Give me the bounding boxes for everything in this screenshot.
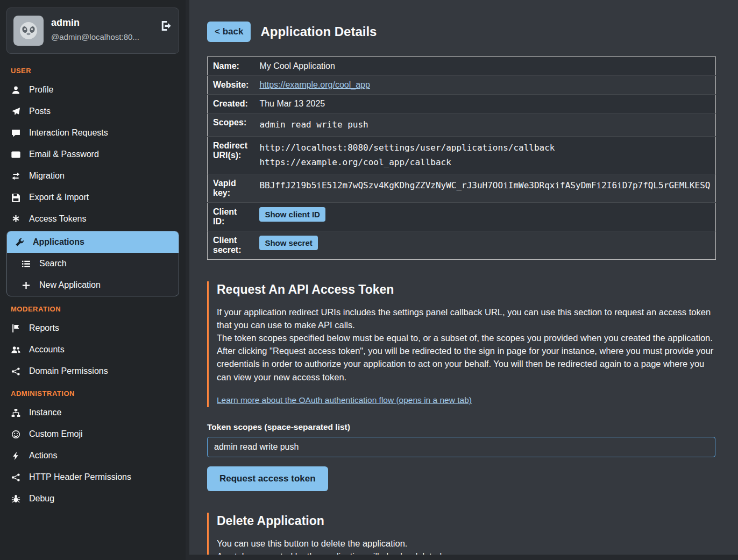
table-row: Redirect URI(s): http://localhost:8080/s… [208,137,716,174]
sidebar-item-actions[interactable]: Actions [0,445,186,466]
table-row: Name: My Cool Application [208,57,716,76]
sidebar-item-applications-search[interactable]: Search [7,253,179,274]
nav-label: Domain Permissions [29,366,108,376]
row-label: Vapid key: [208,174,254,203]
network-icon [11,367,21,376]
bug-icon [11,494,21,504]
sidebar-item-migration[interactable]: Migration [0,165,186,187]
users-icon [11,345,21,355]
plus-icon [21,281,31,290]
paper-plane-icon [11,107,21,116]
table-row: Vapid key: BBJffJ219b5iE512m7wQSzv4KgKDh… [208,174,716,203]
token-scopes-input[interactable] [207,437,715,457]
sidebar-item-accounts[interactable]: Accounts [0,339,186,360]
row-label: Name: [208,57,254,76]
table-row: Client secret: Show secret [208,231,716,260]
bolt-icon [11,451,21,460]
sidebar-item-http-header-permissions[interactable]: HTTP Header Permissions [0,466,186,488]
sidebar-item-domain-permissions[interactable]: Domain Permissions [0,360,186,382]
redirect-uris-value: http://localhost:8080/settings/user/appl… [254,137,716,174]
flag-icon [11,324,21,333]
page-title: Application Details [260,24,377,39]
redirect-uri: http://localhost:8080/settings/user/appl… [259,141,710,155]
main-content: < back Application Details Name: My Cool… [189,0,738,555]
application-details-table: Name: My Cool Application Website: https… [207,56,716,260]
row-label: Created: [208,95,254,114]
back-button[interactable]: < back [207,22,251,42]
request-token-title: Request An API Access Token [217,282,715,297]
sidebar-nav-user: Profile Posts Interaction Requests Email… [0,79,186,296]
nav-label: Accounts [29,345,65,355]
sidebar-item-applications[interactable]: Applications [7,231,179,253]
user-handle: @admin@localhost:80... [51,32,153,41]
sidebar-item-export-import[interactable]: Export & Import [0,187,186,208]
sidebar-item-profile[interactable]: Profile [0,79,186,101]
nav-label: Posts [29,107,51,116]
nav-label: Instance [29,408,61,417]
sidebar-nav-moderation: Reports Accounts Domain Permissions [0,317,186,382]
sidebar-item-new-application[interactable]: New Application [7,274,179,296]
show-secret-button[interactable]: Show secret [259,236,317,250]
page-header: < back Application Details [207,22,715,42]
sidebar-item-custom-emoji[interactable]: Custom Emoji [0,423,186,445]
sidebar-item-debug[interactable]: Debug [0,488,186,509]
show-client-id-button[interactable]: Show client ID [259,207,325,222]
row-label: Client ID: [208,203,254,231]
sidebar-section-administration: ADMINISTRATION [0,382,186,402]
nav-label: Reports [29,323,59,333]
nav-label: Email & Password [29,150,99,159]
delete-application-title: Delete Application [217,514,715,528]
avatar [13,16,44,46]
oauth-docs-link[interactable]: Learn more about the OAuth authenticatio… [217,395,472,405]
nav-label: Migration [29,171,65,181]
network-icon [11,473,21,482]
scopes-value: admin read write push [254,114,716,137]
user-icon [11,86,21,95]
delete-line: You can use this button to delete the ap… [217,537,715,550]
app-root: admin @admin@localhost:80... USER Profil… [0,0,738,560]
username: admin [51,17,153,29]
transfer-arrows-icon [11,172,21,181]
table-row: Created: Thu Mar 13 2025 [208,95,716,114]
sidebar-nav-administration: Instance Custom Emoji Actions HTTP Heade… [0,402,186,509]
request-token-paragraph: If your application redirect URIs includ… [217,306,715,331]
sidebar-section-user: USER [0,59,186,79]
row-label: Client secret: [208,231,254,260]
nav-label: Applications [33,237,84,247]
nav-label: New Application [39,280,101,290]
comment-icon [11,129,21,138]
created-value: Thu Mar 13 2025 [254,95,716,114]
table-row: Client ID: Show client ID [208,203,716,231]
redirect-uri: https://example.org/cool_app/callback [259,155,710,169]
sidebar: admin @admin@localhost:80... USER Profil… [0,0,186,560]
vapid-key-value: BBJffJ219b5iE512m7wQSzv4KgKDhgZZVzNyWC_r… [254,174,716,203]
nav-label: Actions [29,451,57,460]
logout-icon[interactable] [160,16,172,34]
nav-label: Profile [29,85,53,95]
envelope-icon [11,150,21,159]
user-meta: admin @admin@localhost:80... [51,16,153,41]
nav-label: Debug [29,494,54,504]
nav-label: HTTP Header Permissions [29,472,131,482]
request-token-section: Request An API Access Token If your appl… [207,281,715,407]
delete-line: Any tokens created by the application wi… [217,550,715,555]
floppy-icon [11,193,21,202]
sidebar-item-email-password[interactable]: Email & Password [0,144,186,165]
list-icon [21,259,31,268]
applications-group: Applications Search New Application [6,231,179,296]
user-card: admin @admin@localhost:80... [6,8,179,54]
wrench-icon [15,238,25,247]
sidebar-item-interaction-requests[interactable]: Interaction Requests [0,122,186,144]
token-scopes-label: Token scopes (space-separated list) [207,422,715,432]
sidebar-item-instance[interactable]: Instance [0,402,186,423]
sidebar-item-reports[interactable]: Reports [0,317,186,339]
request-access-token-button[interactable]: Request access token [207,466,328,491]
nav-label: Search [39,259,67,268]
website-link[interactable]: https://example.org/cool_app [259,80,370,89]
nav-label: Interaction Requests [29,128,108,138]
token-icon [11,215,21,224]
sidebar-item-posts[interactable]: Posts [0,101,186,122]
row-label: Scopes: [208,114,254,137]
sidebar-item-access-tokens[interactable]: Access Tokens [0,208,186,230]
row-label: Website: [208,76,254,95]
